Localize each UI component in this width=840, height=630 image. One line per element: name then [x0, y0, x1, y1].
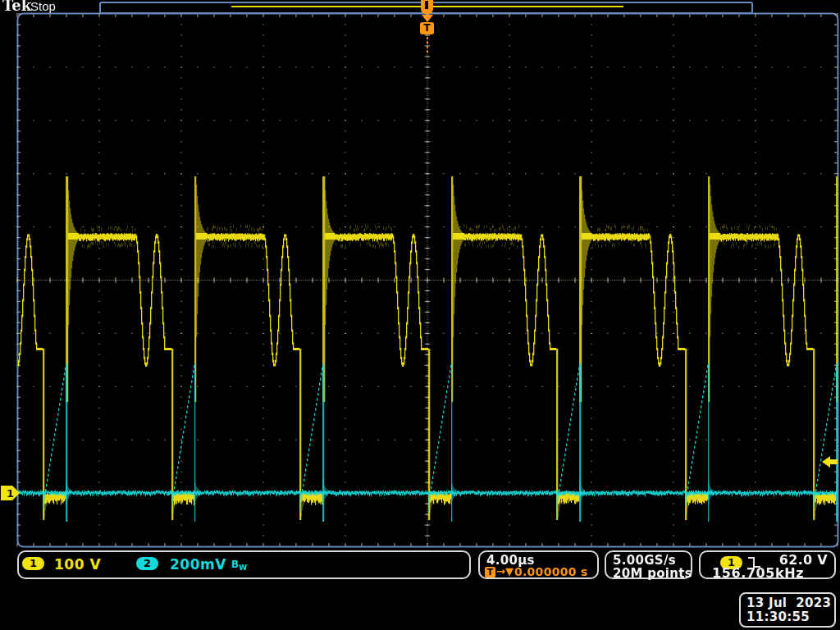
- time-readout: 11:30:55: [746, 610, 810, 623]
- ch2-scale-readout: 200mV: [170, 557, 226, 572]
- horizontal-readout-box: 4.00µs T →▼ 0.000000 s: [478, 550, 599, 579]
- acquisition-status: Stop: [30, 0, 56, 13]
- acquisition-readout-box: 5.00GS/s 20M points: [605, 550, 692, 579]
- bw-sub: W: [239, 564, 247, 572]
- record-length-readout: 20M points: [613, 567, 692, 580]
- trigger-t-badge[interactable]: T: [420, 22, 434, 34]
- trigger-marker-slit: [425, 1, 428, 9]
- sample-rate-readout: 5.00GS/s: [613, 554, 676, 567]
- ch1-marker-label: 1: [7, 487, 14, 500]
- tek-logo: Tek: [2, 0, 31, 13]
- channel-readout-box: 1 100 V 2 200mV BW: [17, 550, 471, 579]
- trigger-position-readout: T →▼ 0.000000 s: [485, 566, 588, 578]
- trigger-t-icon: T: [485, 567, 495, 578]
- trigger-position-value: 0.000000 s: [514, 566, 588, 578]
- trigger-readout-box: 1 62.0 V 156.705kHz: [699, 550, 836, 579]
- trigger-arrows-icon: →▼: [496, 566, 514, 578]
- ch2-badge[interactable]: 2: [136, 557, 158, 570]
- ch1-badge[interactable]: 1: [22, 557, 44, 570]
- trigger-frequency-readout: 156.705kHz: [712, 566, 804, 580]
- trigger-level-arrow-icon: [822, 456, 838, 468]
- trigger-down-arrow-icon: [422, 15, 433, 22]
- ch1-ground-marker[interactable]: 1: [1, 485, 22, 502]
- bw-main: B: [231, 559, 239, 570]
- trigger-position-marker-icon[interactable]: [421, 0, 433, 14]
- graticule-waveform-canvas: [0, 0, 840, 630]
- date-readout: 13 Jul 2023: [746, 596, 831, 609]
- ch1-scale-readout: 100 V: [54, 557, 101, 572]
- datetime-box: 13 Jul 2023 11:30:55: [739, 592, 836, 628]
- trigger-level-arrow[interactable]: [822, 455, 838, 469]
- bandwidth-limit-indicator: BW: [231, 559, 247, 573]
